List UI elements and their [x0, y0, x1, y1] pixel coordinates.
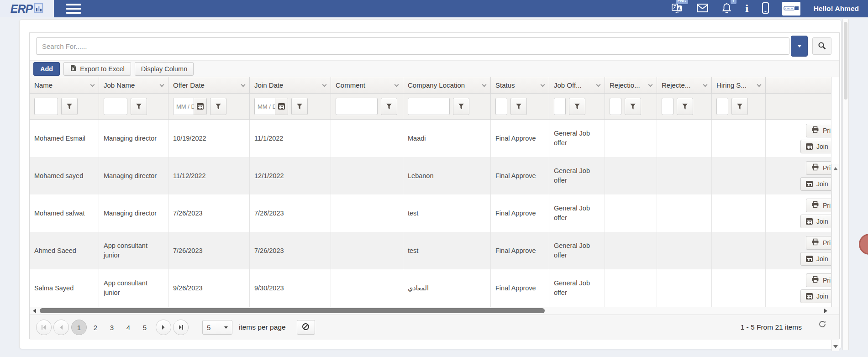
search-button[interactable] [812, 37, 831, 55]
floating-action-button[interactable] [859, 234, 868, 255]
cancel-icon [302, 323, 310, 332]
chevron-down-icon[interactable] [322, 83, 327, 87]
chevron-down-icon[interactable] [596, 83, 601, 87]
print-button[interactable]: Pri [806, 273, 831, 287]
page-size-select[interactable]: 5 [202, 320, 232, 335]
join-date-picker-button[interactable] [275, 98, 288, 115]
column-header-offer-date[interactable]: Offer Date [168, 77, 250, 93]
column-header-job-offer[interactable]: Job Off... [549, 77, 605, 93]
print-button[interactable]: Pri [806, 161, 831, 175]
next-page-button[interactable] [156, 320, 171, 335]
chevron-down-icon[interactable] [395, 83, 399, 87]
chevron-down-icon[interactable] [160, 83, 164, 87]
search-dropdown-button[interactable] [791, 36, 808, 57]
column-header-status[interactable]: Status [491, 77, 549, 93]
filter-button-join-date[interactable] [291, 98, 308, 115]
page-button-5[interactable]: 5 [137, 320, 153, 335]
chevron-down-icon[interactable] [90, 83, 95, 87]
filter-input-name[interactable] [34, 98, 58, 115]
notifications-button[interactable]: 1 [721, 2, 732, 15]
user-greeting: Hello! Ahmed [814, 5, 859, 13]
join-button[interactable]: Join [800, 140, 831, 153]
cell-company-location: test [403, 232, 491, 269]
column-header-name[interactable]: Name [30, 77, 99, 93]
join-button[interactable]: Join [800, 215, 831, 228]
mail-button[interactable] [697, 4, 708, 14]
refresh-button[interactable] [818, 320, 826, 330]
join-button[interactable]: Join [800, 252, 831, 266]
page-scrollbar-thumb[interactable] [844, 22, 847, 100]
filter-input-hiring[interactable] [716, 98, 728, 115]
page-button-4[interactable]: 4 [121, 320, 136, 335]
column-header-company-location[interactable]: Company Location [403, 77, 491, 93]
language-button[interactable]: ENG [672, 2, 684, 15]
table-row[interactable]: Mohamed safwat Managing director 7/26/20… [30, 194, 831, 232]
filter-date-input-offer[interactable] [174, 98, 194, 115]
print-button[interactable]: Pri [806, 236, 831, 250]
column-header-job-name[interactable]: Job Name [99, 77, 168, 93]
add-button[interactable]: Add [33, 62, 60, 76]
filter-date-input-join[interactable] [255, 98, 275, 115]
column-header-rejection[interactable]: Rejectio... [605, 77, 657, 93]
filter-input-job-name[interactable] [104, 98, 127, 115]
filter-button-company-location[interactable] [453, 98, 469, 115]
filter-button-name[interactable] [61, 98, 78, 115]
page-scrollbar[interactable] [842, 19, 849, 350]
filter-button-rejection[interactable] [625, 98, 641, 115]
table-row[interactable]: Mohamed sayed Managing director 11/12/20… [30, 157, 831, 194]
scroll-up-button[interactable] [832, 165, 839, 172]
column-header-join-date[interactable]: Join Date [250, 77, 331, 93]
table-row[interactable]: Salma Sayed App consultant junior 9/26/2… [30, 269, 831, 307]
filter-input-comment[interactable] [336, 98, 378, 115]
chevron-down-icon[interactable] [241, 83, 246, 87]
chevron-down-icon[interactable] [757, 83, 762, 87]
filter-input-rejection[interactable] [610, 98, 621, 115]
chevron-down-icon[interactable] [541, 83, 545, 87]
mobile-app-button[interactable] [762, 2, 769, 15]
offer-date-picker-button[interactable] [194, 98, 206, 115]
scroll-left-button[interactable] [31, 307, 38, 314]
display-column-button[interactable]: Display Column [135, 62, 194, 76]
page-button-1[interactable]: 1 [71, 320, 87, 335]
chevron-down-icon[interactable] [703, 83, 708, 87]
print-button[interactable]: Pri [806, 124, 831, 137]
print-button[interactable]: Pri [806, 199, 831, 212]
join-button[interactable]: Join [800, 177, 831, 191]
table-row[interactable]: Ahmed Saeed App consultant junior 7/26/2… [30, 232, 831, 269]
join-button[interactable]: Join [800, 289, 831, 303]
horizontal-scrollbar-thumb[interactable] [40, 308, 545, 313]
filter-input-status[interactable] [495, 98, 507, 115]
filter-input-rejected[interactable] [662, 98, 673, 115]
last-page-button[interactable] [173, 320, 189, 335]
clear-filters-button[interactable] [297, 320, 315, 335]
column-header-rejected[interactable]: Rejecte... [657, 77, 712, 93]
filter-input-company-location[interactable] [408, 98, 450, 115]
filter-button-job-offer[interactable] [569, 98, 585, 115]
info-button[interactable] [745, 4, 749, 13]
page-button-2[interactable]: 2 [88, 320, 103, 335]
scroll-down-button[interactable] [832, 343, 839, 350]
avatar[interactable] [782, 2, 800, 16]
filter-button-comment[interactable] [381, 98, 397, 115]
grid-horizontal-scrollbar[interactable] [30, 307, 839, 315]
export-excel-button[interactable]: Export to Excel [63, 62, 131, 76]
filter-input-job-offer[interactable] [554, 98, 566, 115]
filter-button-job-name[interactable] [131, 98, 147, 115]
chevron-down-icon[interactable] [648, 83, 653, 87]
previous-page-button[interactable] [53, 320, 69, 335]
page-button-3[interactable]: 3 [104, 320, 120, 335]
chevron-down-icon[interactable] [482, 83, 487, 87]
printer-icon [811, 276, 819, 284]
filter-button-hiring[interactable] [731, 98, 748, 115]
app-logo[interactable]: ERP [0, 0, 54, 17]
column-header-comment[interactable]: Comment [331, 77, 403, 93]
filter-button-status[interactable] [510, 98, 527, 115]
column-header-hiring[interactable]: Hiring S... [712, 77, 766, 93]
scroll-right-button[interactable] [822, 307, 829, 314]
menu-button[interactable] [64, 2, 83, 16]
filter-button-offer-date[interactable] [210, 98, 226, 115]
search-input[interactable] [36, 37, 789, 55]
first-page-button[interactable] [36, 320, 52, 335]
filter-button-rejected[interactable] [677, 98, 693, 115]
table-row[interactable]: Mohamed Esmail Managing director 10/19/2… [30, 120, 831, 157]
